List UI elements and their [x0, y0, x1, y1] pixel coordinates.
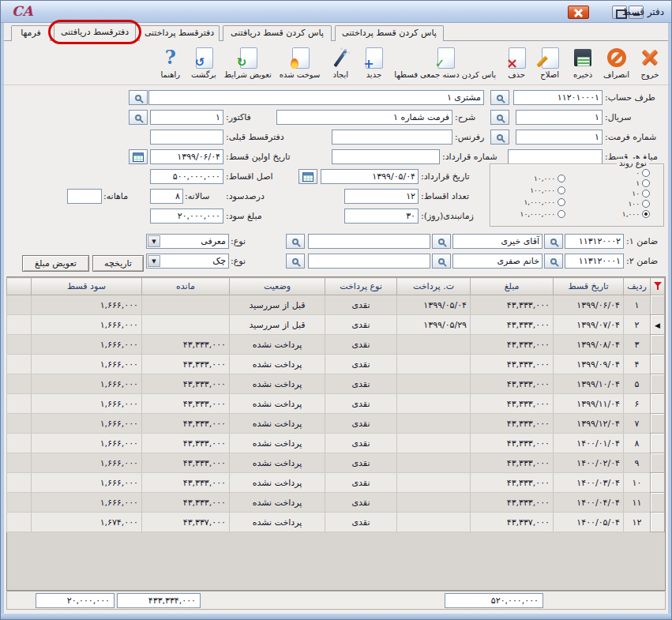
first-due-field[interactable]: ۱۳۹۹/۰۶/۰۴ — [150, 149, 223, 164]
serial-field[interactable]: ۱ — [516, 110, 603, 125]
row-indicator-cell[interactable]: ◀ — [651, 394, 665, 414]
interest-amount-field[interactable]: ۲۰,۰۰۰,۰۰۰ — [150, 209, 223, 224]
cell-status[interactable]: قبل از سررسید — [230, 295, 325, 315]
cell-payment-type[interactable]: نقدی — [325, 335, 397, 355]
table-row[interactable]: ◀ ۷ ۱۳۹۹/۱۲/۰۴ ۴۳,۳۳۳,۰۰۰ نقدی پرداخت نش… — [7, 414, 665, 434]
history-button[interactable]: تاریخچه — [92, 255, 144, 272]
row-indicator-cell[interactable]: ◀ — [651, 473, 665, 493]
principal-field[interactable]: ۵۰۰,۰۰۰,۰۰۰ — [150, 169, 223, 184]
cell-installment-date[interactable]: ۱۳۹۹/۰۶/۰۴ — [554, 295, 624, 315]
cell-installment-date[interactable]: ۱۴۰۰/۰۴/۰۴ — [554, 493, 624, 513]
radio-option[interactable]: ۱۰ — [588, 189, 650, 198]
tab-item[interactable]: پاس کردن قسط دریافتنی — [223, 25, 332, 41]
toolbar-button[interactable]: تعویض شرایط — [221, 45, 275, 85]
cell-balance[interactable] — [142, 295, 230, 315]
cell-status[interactable]: پرداخت نشده — [230, 335, 325, 355]
guarantor1-name-search-button[interactable] — [432, 234, 451, 249]
cell-payment-date[interactable] — [397, 513, 471, 532]
cell-row-number[interactable]: ۸ — [624, 434, 651, 453]
cell-amount[interactable]: ۴۳,۳۳۳,۰۰۰ — [471, 473, 554, 493]
cell-payment-date[interactable] — [397, 335, 471, 355]
cell-payment-type[interactable]: نقدی — [325, 453, 397, 473]
radio-option[interactable]: ۱ — [588, 178, 650, 188]
cell-amount[interactable]: ۴۳,۳۳۷,۰۰۰ — [471, 513, 554, 532]
table-row[interactable]: ◀ ۶ ۱۳۹۹/۱۱/۰۴ ۴۳,۳۳۳,۰۰۰ نقدی پرداخت نش… — [7, 394, 665, 414]
radio-option[interactable]: ۱۰۰ — [588, 199, 650, 209]
toolbar-button[interactable]: اصلاح — [534, 45, 565, 85]
cell-row-number[interactable]: ۴ — [624, 355, 651, 374]
cell-balance[interactable] — [142, 315, 230, 335]
table-row[interactable]: ◀ ۹ ۱۴۰۰/۰۲/۰۴ ۴۳,۳۳۳,۰۰۰ نقدی پرداخت نش… — [7, 453, 665, 473]
cell-amount[interactable]: ۴۳,۳۳۳,۰۰۰ — [471, 295, 554, 315]
cell-installment-date[interactable]: ۱۳۹۹/۱۰/۰۴ — [554, 374, 624, 394]
cell-interest[interactable]: ۱,۶۶۶,۰۰۰ — [32, 473, 142, 493]
cell-payment-date[interactable] — [397, 374, 471, 394]
cell-installment-date[interactable]: ۱۳۹۹/۰۸/۰۴ — [554, 335, 624, 355]
cell-status[interactable]: پرداخت نشده — [230, 394, 325, 414]
radio-option[interactable]: ۱,۰۰۰ — [588, 209, 650, 219]
cell-installment-date[interactable]: ۱۳۹۹/۰۷/۰۴ — [554, 315, 624, 335]
cell-installment-date[interactable]: ۱۴۰۰/۰۵/۰۴ — [554, 513, 624, 532]
cell-status[interactable]: پرداخت نشده — [230, 355, 325, 374]
type2-combobox[interactable]: چک ▼ — [146, 254, 229, 269]
column-header[interactable]: سود قسط — [32, 278, 142, 295]
cell-row-number[interactable]: ۳ — [624, 335, 651, 355]
cell-amount[interactable]: ۴۳,۳۳۳,۰۰۰ — [471, 355, 554, 374]
invoice-search-button[interactable] — [129, 110, 148, 125]
toolbar-button[interactable]: جدید — [358, 45, 389, 85]
column-header[interactable] — [651, 278, 665, 295]
table-row[interactable]: ◀ ۳ ۱۳۹۹/۰۸/۰۴ ۴۳,۳۳۳,۰۰۰ نقدی پرداخت نش… — [7, 335, 665, 355]
account-code-field[interactable]: ۱۱۲۰۱۰۰۰۱ — [513, 90, 603, 105]
cell-row-number[interactable]: ۱۰ — [624, 473, 651, 493]
radio-option[interactable]: ۱۰۰,۰۰۰ — [504, 186, 565, 195]
guarantor2-extra-search-button[interactable] — [286, 254, 305, 269]
cell-status[interactable]: پرداخت نشده — [230, 453, 325, 473]
cell-payment-date[interactable] — [397, 473, 471, 493]
cell-interest[interactable]: ۱,۶۶۶,۰۰۰ — [32, 335, 142, 355]
row-indicator-cell[interactable]: ◀ — [651, 295, 665, 315]
swap-amount-button[interactable]: تعویض مبلغ — [22, 255, 89, 272]
cell-payment-type[interactable]: نقدی — [325, 394, 397, 414]
toolbar-button[interactable]: ذخیره — [567, 45, 599, 85]
cell-interest[interactable]: ۱,۶۶۶,۰۰۰ — [32, 295, 142, 315]
prev-book-field[interactable] — [150, 130, 223, 145]
toolbar-button[interactable]: ایجاد — [325, 45, 356, 85]
cell-payment-date[interactable] — [397, 434, 471, 453]
annual-field[interactable]: ۸ — [150, 189, 183, 204]
cell-balance[interactable]: ۴۳,۳۳۷,۰۰۰ — [142, 513, 230, 532]
cell-row-number[interactable]: ۲ — [624, 315, 651, 335]
cell-payment-date[interactable] — [397, 355, 471, 374]
cell-row-number[interactable]: ۱۱ — [624, 493, 651, 513]
cell-status[interactable]: پرداخت نشده — [230, 414, 325, 434]
cell-payment-date[interactable] — [397, 493, 471, 513]
cell-status[interactable]: پرداخت نشده — [230, 473, 325, 493]
monthly-field[interactable] — [67, 189, 102, 204]
cell-payment-type[interactable]: نقدی — [325, 295, 397, 315]
cell-payment-type[interactable]: نقدی — [325, 473, 397, 493]
radio-option[interactable]: ۱,۰۰۰,۰۰۰ — [504, 197, 565, 207]
cell-interest[interactable]: ۱,۶۶۶,۰۰۰ — [32, 355, 142, 374]
cell-status[interactable]: پرداخت نشده — [230, 493, 325, 513]
cell-balance[interactable]: ۴۳,۳۳۳,۰۰۰ — [142, 493, 230, 513]
cell-installment-date[interactable]: ۱۳۹۹/۰۹/۰۴ — [554, 355, 624, 374]
toolbar-button[interactable]: حذف — [501, 45, 532, 85]
invoice-field[interactable]: ۱ — [150, 110, 223, 125]
table-row[interactable]: ◀ ۱۰ ۱۴۰۰/۰۳/۰۴ ۴۳,۳۳۳,۰۰۰ نقدی پرداخت ن… — [7, 473, 665, 493]
cell-status[interactable]: پرداخت نشده — [230, 434, 325, 453]
cell-status[interactable]: پرداخت نشده — [230, 374, 325, 394]
cell-installment-date[interactable]: ۱۴۰۰/۰۲/۰۴ — [554, 453, 624, 473]
guarantor1-extra-search-button[interactable] — [286, 234, 305, 249]
radio-option[interactable]: ۱۰,۰۰۰ — [504, 174, 565, 183]
column-header[interactable]: نوع پرداخت — [325, 278, 397, 295]
format-no-field[interactable]: ۱ — [516, 130, 603, 145]
account-search-button[interactable] — [490, 90, 509, 105]
cell-row-number[interactable]: ۹ — [624, 453, 651, 473]
first-due-calendar-button[interactable] — [129, 149, 148, 164]
per-amount-field[interactable] — [508, 149, 603, 164]
desc-field[interactable]: فرمت شماره ۱ — [276, 110, 452, 125]
contract-date-field[interactable]: ۱۳۹۹/۰۵/۰۴ — [321, 169, 419, 184]
table-row[interactable]: ◀ ۴ ۱۳۹۹/۰۹/۰۴ ۴۳,۳۳۳,۰۰۰ نقدی پرداخت نش… — [7, 355, 665, 374]
cell-status[interactable]: پرداخت نشده — [230, 513, 325, 532]
guarantor2-extra-field[interactable] — [308, 254, 430, 269]
cell-interest[interactable]: ۱,۶۶۶,۰۰۰ — [32, 394, 142, 414]
